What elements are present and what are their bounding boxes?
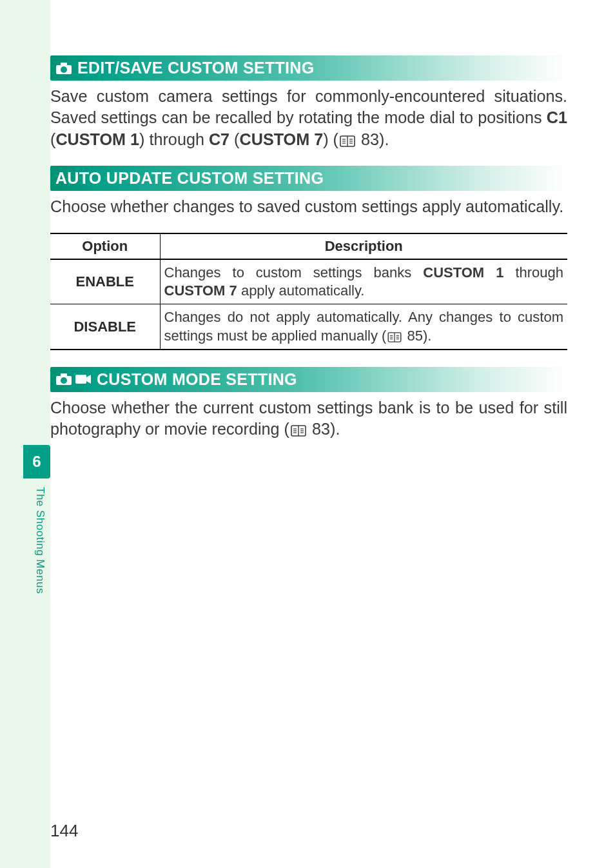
col-header-description: Description [160,233,567,259]
table-row: ENABLE Changes to custom settings banks … [50,259,567,304]
section-body-custom-mode: Choose whether the current custom settin… [50,397,567,440]
page-content: EDIT/SAVE CUSTOM SETTING Save custom cam… [50,55,567,455]
col-header-option: Option [50,233,160,259]
table-header-row: Option Description [50,233,567,259]
options-table: Option Description ENABLE Changes to cus… [50,233,567,350]
section-title: AUTO UPDATE CUSTOM SETTING [55,169,324,188]
svg-marker-23 [86,375,91,384]
desc-disable: Changes do not apply automatically. Any … [160,304,567,350]
section-title: EDIT/SAVE CUSTOM SETTING [77,59,314,77]
camera-icon [55,62,72,75]
svg-rect-20 [61,373,67,377]
page-left-strip [0,0,50,868]
svg-point-2 [61,66,67,73]
page-ref-icon [386,332,403,342]
section-heading-edit-save: EDIT/SAVE CUSTOM SETTING [50,55,567,81]
option-enable: ENABLE [50,259,160,304]
table-row: DISABLE Changes do not apply automatical… [50,304,567,350]
svg-point-21 [61,377,67,384]
page-number: 144 [50,821,78,841]
page-ref-icon [338,135,356,147]
svg-rect-22 [75,375,86,384]
desc-enable: Changes to custom settings banks CUSTOM … [160,259,567,304]
section-body-auto-update: Choose whether changes to saved custom s… [50,196,567,217]
section-heading-custom-mode: CUSTOM MODE SETTING [50,367,567,392]
chapter-side-label: The Shooting Menus [32,487,46,655]
page-ref-icon [289,425,308,437]
svg-rect-1 [61,63,67,66]
section-body-edit-save: Save custom camera settings for commonly… [50,86,567,150]
camera-movie-icon [55,373,92,386]
option-disable: DISABLE [50,304,160,350]
section-heading-auto-update: AUTO UPDATE CUSTOM SETTING [50,166,567,191]
section-title: CUSTOM MODE SETTING [97,370,297,389]
chapter-tab: 6 [23,445,50,478]
chapter-number: 6 [32,453,41,471]
